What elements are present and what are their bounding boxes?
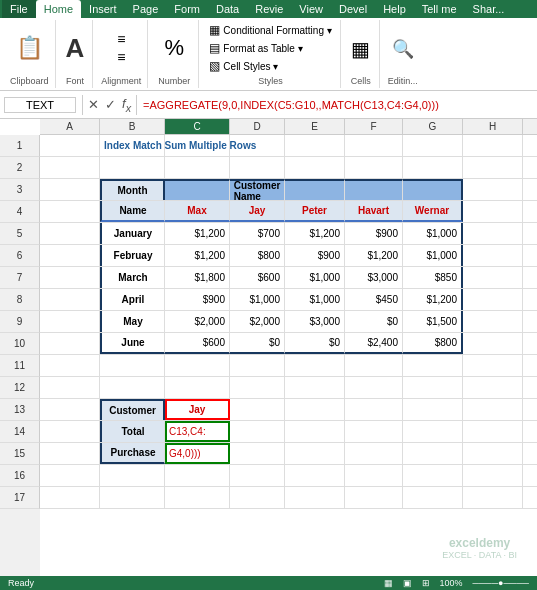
- cell-g5[interactable]: $1,000: [403, 223, 463, 244]
- cell-h5[interactable]: [463, 223, 523, 244]
- cell-f1[interactable]: [345, 135, 403, 156]
- cell-f11[interactable]: [345, 355, 403, 376]
- cell-a7[interactable]: [40, 267, 100, 288]
- cell-b10[interactable]: June: [100, 333, 165, 354]
- cell-a1[interactable]: [40, 135, 100, 156]
- cell-e4[interactable]: Peter: [285, 201, 345, 222]
- cell-g8[interactable]: $1,200: [403, 289, 463, 310]
- cell-c3[interactable]: [165, 179, 230, 200]
- cell-d17[interactable]: [230, 487, 285, 508]
- cell-b6[interactable]: Februay: [100, 245, 165, 266]
- cell-a6[interactable]: [40, 245, 100, 266]
- cell-reference-box[interactable]: [4, 97, 76, 113]
- cell-c1[interactable]: [165, 135, 230, 156]
- cell-d16[interactable]: [230, 465, 285, 486]
- cell-g2[interactable]: [403, 157, 463, 178]
- cell-d1[interactable]: [230, 135, 285, 156]
- cell-f5[interactable]: $900: [345, 223, 403, 244]
- cell-g11[interactable]: [403, 355, 463, 376]
- cell-g12[interactable]: [403, 377, 463, 398]
- cell-a10[interactable]: [40, 333, 100, 354]
- cell-b17[interactable]: [100, 487, 165, 508]
- cell-b4[interactable]: Name: [100, 201, 165, 222]
- cell-b11[interactable]: [100, 355, 165, 376]
- cell-g13[interactable]: [403, 399, 463, 420]
- cell-f10[interactable]: $2,400: [345, 333, 403, 354]
- cell-f9[interactable]: $0: [345, 311, 403, 332]
- cell-e15[interactable]: [285, 443, 345, 464]
- cell-e2[interactable]: [285, 157, 345, 178]
- cell-b16[interactable]: [100, 465, 165, 486]
- cell-d3[interactable]: Customer Name: [230, 179, 285, 200]
- cancel-formula-icon[interactable]: ✕: [85, 97, 102, 112]
- cell-c2[interactable]: [165, 157, 230, 178]
- cell-f17[interactable]: [345, 487, 403, 508]
- cell-a2[interactable]: [40, 157, 100, 178]
- cell-c9[interactable]: $2,000: [165, 311, 230, 332]
- status-zoom-slider[interactable]: ────●────: [473, 578, 529, 588]
- cell-a16[interactable]: [40, 465, 100, 486]
- insert-function-icon[interactable]: fx: [119, 96, 134, 114]
- cell-a5[interactable]: [40, 223, 100, 244]
- tab-data[interactable]: Data: [208, 0, 247, 18]
- cell-a13[interactable]: [40, 399, 100, 420]
- cell-h2[interactable]: [463, 157, 523, 178]
- cell-b7[interactable]: March: [100, 267, 165, 288]
- cell-c5[interactable]: $1,200: [165, 223, 230, 244]
- cell-g7[interactable]: $850: [403, 267, 463, 288]
- tab-developer[interactable]: Devel: [331, 0, 375, 18]
- cell-c13-jay[interactable]: Jay: [165, 399, 230, 420]
- status-page-break[interactable]: ⊞: [422, 578, 430, 588]
- cell-a17[interactable]: [40, 487, 100, 508]
- cell-f15[interactable]: [345, 443, 403, 464]
- cell-h15[interactable]: [463, 443, 523, 464]
- editing-button[interactable]: 🔍: [392, 38, 414, 60]
- cell-b5[interactable]: January: [100, 223, 165, 244]
- cell-a8[interactable]: [40, 289, 100, 310]
- confirm-formula-icon[interactable]: ✓: [102, 97, 119, 112]
- cell-c10[interactable]: $600: [165, 333, 230, 354]
- conditional-formatting-button[interactable]: ▦ Conditional Formatting ▾: [207, 22, 333, 38]
- cell-a14[interactable]: [40, 421, 100, 442]
- cell-a11[interactable]: [40, 355, 100, 376]
- cell-h14[interactable]: [463, 421, 523, 442]
- cell-d5[interactable]: $700: [230, 223, 285, 244]
- cell-b9[interactable]: May: [100, 311, 165, 332]
- cell-h3[interactable]: [463, 179, 523, 200]
- cell-c15-formula[interactable]: G4,0))): [165, 443, 230, 464]
- cell-h4[interactable]: [463, 201, 523, 222]
- cell-d15[interactable]: [230, 443, 285, 464]
- cell-g1[interactable]: [403, 135, 463, 156]
- cell-f14[interactable]: [345, 421, 403, 442]
- cell-h17[interactable]: [463, 487, 523, 508]
- cell-e12[interactable]: [285, 377, 345, 398]
- tab-home[interactable]: Home: [36, 0, 81, 18]
- cell-a4[interactable]: [40, 201, 100, 222]
- cell-g10[interactable]: $800: [403, 333, 463, 354]
- cell-e3[interactable]: [285, 179, 345, 200]
- cell-b14-total[interactable]: Total: [100, 421, 165, 442]
- cell-g9[interactable]: $1,500: [403, 311, 463, 332]
- cell-h8[interactable]: [463, 289, 523, 310]
- cell-e11[interactable]: [285, 355, 345, 376]
- cell-d4[interactable]: Jay: [230, 201, 285, 222]
- cell-g15[interactable]: [403, 443, 463, 464]
- cell-h1[interactable]: [463, 135, 523, 156]
- cell-c6[interactable]: $1,200: [165, 245, 230, 266]
- cell-a9[interactable]: [40, 311, 100, 332]
- tab-page[interactable]: Page: [125, 0, 167, 18]
- cell-d2[interactable]: [230, 157, 285, 178]
- cell-b15-purchase[interactable]: Purchase: [100, 443, 165, 464]
- cell-d14[interactable]: [230, 421, 285, 442]
- cell-a3[interactable]: [40, 179, 100, 200]
- cell-h7[interactable]: [463, 267, 523, 288]
- cell-d11[interactable]: [230, 355, 285, 376]
- cell-c16[interactable]: [165, 465, 230, 486]
- cell-c7[interactable]: $1,800: [165, 267, 230, 288]
- cell-h6[interactable]: [463, 245, 523, 266]
- tab-review[interactable]: Revie: [247, 0, 291, 18]
- cell-f12[interactable]: [345, 377, 403, 398]
- cell-h13[interactable]: [463, 399, 523, 420]
- tab-view[interactable]: View: [291, 0, 331, 18]
- cell-d8[interactable]: $1,000: [230, 289, 285, 310]
